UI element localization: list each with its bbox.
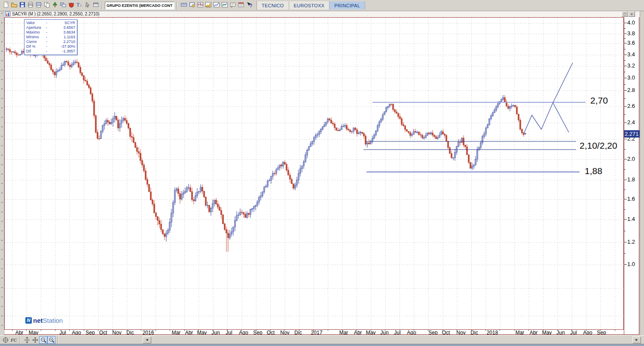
y-axis-tick	[624, 159, 627, 159]
brand-station: Station	[43, 317, 63, 324]
tab-eurostoxx[interactable]: EUROSTOXX	[289, 1, 330, 9]
data-table-icon[interactable]	[237, 1, 245, 9]
text-size-icon[interactable]: Ti	[75, 1, 83, 9]
y-axis-minor-tick	[624, 114, 626, 115]
print-icon[interactable]	[26, 1, 34, 9]
y-axis-label: 1.0	[627, 261, 635, 267]
y-axis-tick	[624, 66, 627, 66]
candlestick-chart-canvas[interactable]	[5, 18, 624, 330]
current-price-marker: 2.271	[624, 130, 640, 138]
fit-vertical-icon[interactable]	[23, 336, 31, 344]
y-axis-label: 1.4	[627, 216, 635, 222]
x-axis-tick	[127, 330, 127, 331]
x-axis-label: Jul	[59, 330, 66, 335]
y-axis-tick	[624, 78, 627, 78]
chart-options-icon[interactable]	[1, 336, 9, 344]
line-chart-icon[interactable]	[212, 1, 220, 9]
scroll-right-button[interactable]: ►	[632, 337, 641, 343]
context-help-icon[interactable]: ?	[245, 1, 253, 9]
area-chart-icon[interactable]	[204, 1, 212, 9]
close-window-button[interactable]: ×	[629, 11, 635, 17]
x-axis-tick	[385, 330, 385, 331]
info-row: Cierre-2.2710	[26, 40, 75, 44]
x-axis-label: Abr	[185, 330, 193, 335]
y-axis-tick	[624, 122, 627, 123]
ohlc-info-panel: Valor-SCYR Apertura-3.6567 Máximo-3.8634…	[24, 19, 77, 55]
y-axis-label: 3.2	[627, 62, 635, 69]
alarm-icon[interactable]	[67, 1, 75, 9]
x-axis-tick	[414, 330, 414, 331]
x-axis-tick	[500, 330, 500, 331]
x-axis-tick	[270, 330, 271, 331]
x-axis-tick	[141, 330, 141, 331]
save-icon[interactable]	[18, 1, 26, 9]
x-axis-tick	[299, 330, 299, 331]
chart-tools-toolbar: FC	[0, 335, 644, 344]
compare-chart-icon[interactable]	[220, 1, 229, 9]
zoom-out-icon[interactable]	[39, 336, 47, 344]
fc-mode-icon[interactable]: FC	[9, 336, 18, 344]
open-folder-icon[interactable]	[10, 1, 18, 9]
x-axis-tick	[113, 330, 113, 331]
pointer-icon[interactable]	[83, 1, 92, 9]
y-axis-label: 2.4	[627, 119, 635, 126]
x-axis-tick	[198, 330, 199, 331]
y-axis-tick	[624, 34, 627, 34]
y-axis-label: 2.6	[627, 103, 635, 109]
new-page-icon[interactable]	[2, 1, 10, 9]
x-axis-label: Jun	[380, 330, 388, 335]
window-layout-icon[interactable]	[92, 1, 100, 9]
y-axis-minor-tick	[624, 253, 626, 254]
y-axis-label: 1.6	[627, 196, 635, 202]
price-chart-plot[interactable]: Valor-SCYR Apertura-3.6567 Máximo-3.8634…	[4, 17, 624, 329]
collapsed-side-panel[interactable]	[0, 11, 4, 337]
tab-principal[interactable]: PRINCIPAL	[330, 1, 365, 9]
x-axis-tick	[184, 330, 185, 331]
x-axis-tick	[543, 330, 543, 331]
price-axis[interactable]: 2.271 4.0 3.8 3.6 3.4 3.2 3.0 2.8 2.6 2.…	[624, 17, 639, 335]
copy-icon[interactable]	[43, 1, 51, 9]
svg-text:?: ?	[250, 3, 252, 8]
tab-tecnico[interactable]: TECNICO	[257, 1, 289, 9]
notes-icon[interactable]	[229, 1, 237, 9]
x-axis-label: Ago	[239, 330, 248, 335]
x-axis-label: Dic	[470, 330, 478, 335]
x-axis-tick	[241, 330, 242, 331]
x-axis-tick	[69, 330, 70, 331]
x-axis-tick	[84, 330, 84, 331]
x-axis-label: Oct	[99, 330, 107, 335]
x-axis-label: Oct	[442, 330, 450, 335]
intraday-window-icon[interactable]	[188, 1, 196, 9]
x-axis-label: Ago	[407, 330, 416, 335]
quotes-board-icon[interactable]	[180, 1, 188, 9]
symbol-search-input[interactable]	[105, 2, 174, 9]
x-axis-tick	[284, 330, 285, 331]
y-axis-tick	[624, 180, 627, 180]
svg-text:FC: FC	[10, 337, 17, 343]
portfolio-tree-icon[interactable]	[51, 1, 59, 9]
x-axis-label: 2018	[487, 330, 498, 335]
x-axis-label: Oct	[267, 330, 275, 335]
x-axis-tick	[170, 330, 170, 331]
x-axis-tick	[586, 330, 586, 331]
info-row: Máximo-3.8634	[26, 30, 75, 35]
y-axis-minor-tick	[624, 84, 626, 85]
scroll-left-button[interactable]: ◄	[143, 337, 151, 343]
y-axis-minor-tick	[624, 72, 626, 72]
y-axis-tick	[624, 242, 627, 242]
time-axis[interactable]: AbrMayJulAgoSepOctNovDic2016MarAbrMayJun…	[4, 329, 624, 335]
pan-mode-icon[interactable]	[31, 336, 39, 344]
zoom-previous-icon[interactable]	[47, 336, 55, 344]
x-axis-label: Ago	[72, 330, 81, 335]
restore-window-button[interactable]: □	[622, 11, 628, 17]
x-axis-label: 2017	[311, 330, 323, 335]
x-axis-tick	[256, 330, 256, 331]
y-axis-tick	[624, 43, 627, 43]
print-setup-icon[interactable]	[34, 1, 43, 9]
y-axis-minor-tick	[624, 149, 626, 150]
x-axis-tick	[156, 330, 156, 331]
candlestick-chart-icon[interactable]	[196, 1, 204, 9]
cards-icon[interactable]	[59, 1, 67, 9]
toolbar-separator	[58, 336, 58, 344]
y-axis-label: 3.0	[627, 74, 635, 81]
